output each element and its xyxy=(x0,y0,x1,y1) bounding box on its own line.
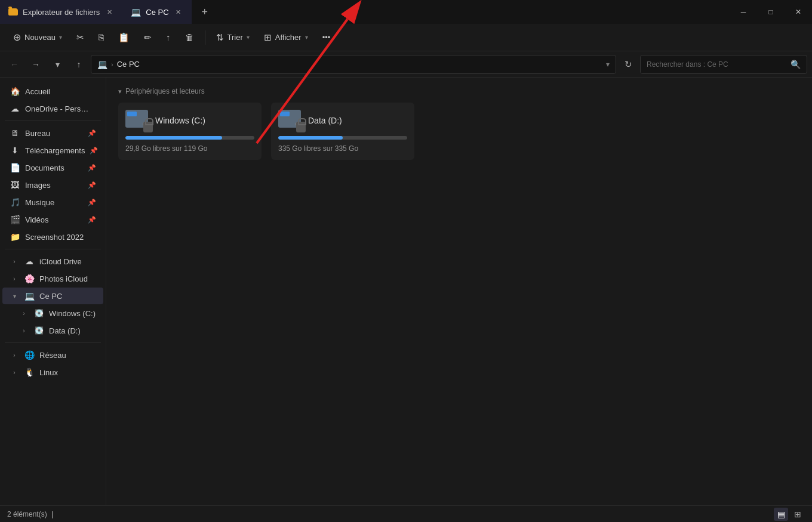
view-grid-button[interactable]: ⊞ xyxy=(791,508,805,521)
drives-grid: Windows (C:) 29,8 Go libres sur 119 Go xyxy=(118,103,800,160)
icloud-label: iCloud Drive xyxy=(39,257,82,266)
folder-icon xyxy=(8,8,18,16)
tab-cepc-close[interactable]: ✕ xyxy=(174,7,183,17)
sidebar-item-icloud[interactable]: › ☁ iCloud Drive xyxy=(2,253,103,270)
bureau-icon: 🖥 xyxy=(10,128,20,138)
back-button[interactable]: ← xyxy=(5,55,24,74)
screenshot2022-label: Screenshot 2022 xyxy=(25,233,84,242)
lock-icon-d xyxy=(296,122,306,132)
sidebar-item-musique[interactable]: 🎵 Musique 📌 xyxy=(2,194,103,211)
up-button[interactable]: ↑ xyxy=(69,55,88,74)
copy-button[interactable]: ⎘ xyxy=(93,29,110,46)
cursor: | xyxy=(52,510,54,518)
cut-button[interactable]: ✂ xyxy=(70,29,90,47)
copy-icon: ⎘ xyxy=(99,32,104,42)
more-button[interactable]: ••• xyxy=(316,29,337,45)
reseau-expander[interactable]: › xyxy=(10,350,19,360)
photos-expander[interactable]: › xyxy=(10,274,19,283)
sidebar-item-photos-icloud[interactable]: › 🌸 Photos iCloud xyxy=(2,270,103,287)
download-icon: ⬇ xyxy=(10,145,20,156)
delete-button[interactable]: 🗑 xyxy=(179,29,200,46)
tab-cepc[interactable]: 💻 Ce PC ✕ xyxy=(122,0,191,24)
drive-bar-fill-c xyxy=(125,136,222,140)
sidebar-item-windows-c[interactable]: › 💽 Windows (C:) xyxy=(2,305,103,322)
sidebar-item-bureau[interactable]: 🖥 Bureau 📌 xyxy=(2,125,103,141)
afficher-label: Afficher xyxy=(275,33,302,42)
tab-explorateur[interactable]: Explorateur de fichiers ✕ xyxy=(0,0,122,24)
sidebar-item-data-d[interactable]: › 💽 Data (D:) xyxy=(2,322,103,339)
drive-bar-bg-d xyxy=(278,136,407,140)
maximize-button[interactable]: □ xyxy=(757,0,785,24)
sidebar-item-cepc[interactable]: ▾ 💻 Ce PC xyxy=(2,288,103,304)
photos-label: Photos iCloud xyxy=(39,274,88,283)
home-icon: 🏠 xyxy=(10,86,20,97)
sidebar-item-accueil[interactable]: 🏠 Accueil xyxy=(2,83,103,100)
share-button[interactable]: ↑ xyxy=(160,29,177,46)
trier-label: Trier xyxy=(227,33,243,42)
sidebar-item-screenshot2022[interactable]: 📁 Screenshot 2022 xyxy=(2,228,103,245)
toolbar: ⊕ Nouveau ▾ ✂ ⎘ 📋 ✏ ↑ 🗑 ⇅ Trier ▾ ⊞ Affi… xyxy=(0,24,812,51)
cepc-address-icon: 💻 xyxy=(97,60,107,69)
rename-icon: ✏ xyxy=(144,32,152,43)
sidebar-divider-2 xyxy=(5,249,101,249)
minimize-button[interactable]: ─ xyxy=(730,0,757,24)
sidebar-item-onedrive[interactable]: ☁ OneDrive - Persona xyxy=(2,100,103,117)
data-d-expander[interactable]: › xyxy=(19,326,29,335)
sidebar-item-telechargements[interactable]: ⬇ Téléchargements 📌 xyxy=(2,142,103,159)
windows-c-icon: 💽 xyxy=(33,308,44,319)
toolbar-separator xyxy=(205,30,205,45)
windows-c-label: Windows (C:) xyxy=(49,309,96,318)
sidebar-item-videos[interactable]: 🎬 Vidéos 📌 xyxy=(2,211,103,228)
add-tab-button[interactable]: + xyxy=(194,1,216,23)
forward-button[interactable]: → xyxy=(26,55,45,74)
cepc-sidebar-label: Ce PC xyxy=(39,292,62,301)
trier-button[interactable]: ⇅ Trier ▾ xyxy=(210,29,256,47)
reseau-icon: 🌐 xyxy=(24,350,35,360)
section-peripheriques: Périphériques et lecteurs xyxy=(118,87,800,95)
cut-icon: ✂ xyxy=(76,32,84,43)
drive-info-c: 29,8 Go libres sur 119 Go xyxy=(125,144,254,153)
nouveau-button[interactable]: ⊕ Nouveau ▾ xyxy=(7,28,68,47)
search-bar[interactable]: Rechercher dans : Ce PC 🔍 xyxy=(640,55,807,74)
tab-explorateur-close[interactable]: ✕ xyxy=(104,7,114,17)
videos-label: Vidéos xyxy=(25,215,49,224)
section-title-text: Périphériques et lecteurs xyxy=(125,87,205,95)
address-bar[interactable]: 💻 › Ce PC ▾ xyxy=(91,55,616,74)
musique-pin: 📌 xyxy=(88,199,96,206)
close-button[interactable]: ✕ xyxy=(785,0,812,24)
bureau-pin: 📌 xyxy=(88,129,96,137)
telechargements-pin: 📌 xyxy=(90,147,98,155)
sidebar-divider-1 xyxy=(5,121,101,121)
statusbar: 2 élément(s) | ▤ ⊞ xyxy=(0,505,812,522)
nouveau-label: Nouveau xyxy=(24,33,56,42)
documents-icon: 📄 xyxy=(10,162,20,173)
icloud-expander[interactable]: › xyxy=(10,257,19,266)
view-toggle: ▤ ⊞ xyxy=(774,508,805,521)
linux-icon: 🐧 xyxy=(24,367,35,378)
sidebar-item-linux[interactable]: › 🐧 Linux xyxy=(2,364,103,381)
refresh-button[interactable]: ↻ xyxy=(619,55,638,74)
sidebar-item-documents[interactable]: 📄 Documents 📌 xyxy=(2,159,103,176)
view-icon: ⊞ xyxy=(264,32,272,43)
onedrive-label: OneDrive - Persona xyxy=(25,104,91,113)
bureau-label: Bureau xyxy=(25,129,50,138)
reseau-label: Réseau xyxy=(39,351,66,360)
sidebar-item-images[interactable]: 🖼 Images 📌 xyxy=(2,177,103,193)
icloud-icon: ☁ xyxy=(24,256,35,267)
sidebar-item-reseau[interactable]: › 🌐 Réseau xyxy=(2,347,103,363)
recent-locations-button[interactable]: ▾ xyxy=(48,55,67,74)
drive-name-d: Data (D:) xyxy=(308,116,342,125)
paste-button[interactable]: 📋 xyxy=(112,29,136,47)
search-icon[interactable]: 🔍 xyxy=(791,60,801,69)
afficher-button[interactable]: ⊞ Afficher ▾ xyxy=(258,29,314,47)
drive-card-d[interactable]: Data (D:) 335 Go libres sur 335 Go xyxy=(271,103,414,160)
drive-bar-bg-c xyxy=(125,136,254,140)
linux-expander[interactable]: › xyxy=(10,367,19,377)
content-area: Périphériques et lecteurs Windows (C:) xyxy=(106,78,812,505)
rename-button[interactable]: ✏ xyxy=(138,29,158,47)
address-dropdown[interactable]: ▾ xyxy=(606,60,610,69)
cepc-expander[interactable]: ▾ xyxy=(10,291,19,301)
drive-card-c[interactable]: Windows (C:) 29,8 Go libres sur 119 Go xyxy=(118,103,262,160)
view-list-button[interactable]: ▤ xyxy=(774,508,788,521)
windows-c-expander[interactable]: › xyxy=(19,308,29,318)
